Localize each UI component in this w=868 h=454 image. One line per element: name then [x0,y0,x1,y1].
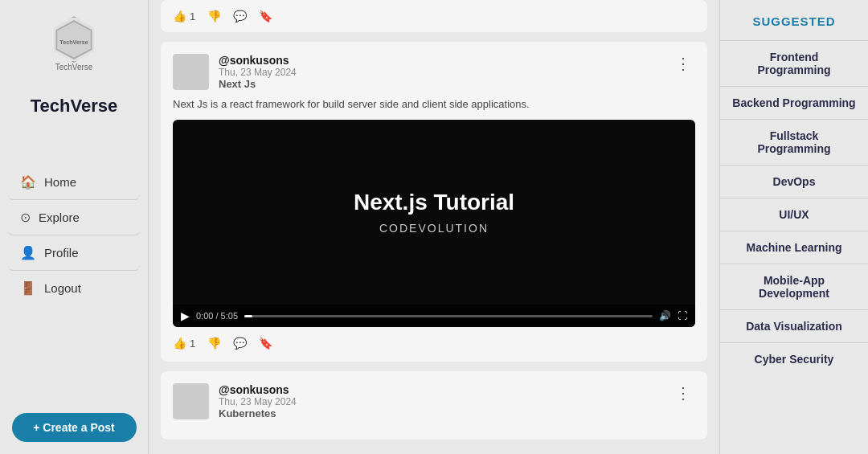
comment-icon-nextjs: 💬 [233,337,247,350]
create-post-button[interactable]: + Create a Post [12,413,137,442]
post-tag-kubernetes: Kubernetes [219,407,297,419]
bookmark-button-nextjs[interactable]: 🔖 [259,337,272,350]
suggested-item-0[interactable]: Frontend Programming [720,40,868,86]
sidebar-item-explore-label: Explore [39,211,80,224]
sidebar: TechVerse TechVerse TechVerse 🏠 Home ⊙ E… [0,0,149,454]
post-meta-nextjs: @sonkusons Thu, 23 May 2024 Next Js [219,54,297,90]
logout-icon: 🚪 [20,280,36,296]
sidebar-item-profile-label: Profile [44,246,79,260]
like-icon-nextjs: 👍 [173,337,186,350]
volume-button-nextjs[interactable]: 🔊 [659,310,671,321]
nav-menu: 🏠 Home ⊙ Explore 👤 Profile 🚪 Logout [0,165,148,305]
post-stub-actions: 👍 1 👎 💬 🔖 [173,10,695,22]
like-count-stub: 1 [190,10,195,22]
like-button-stub[interactable]: 👍 1 [173,10,195,22]
sidebar-item-profile[interactable]: 👤 Profile [8,235,140,271]
suggested-item-3[interactable]: DevOps [720,165,868,198]
bookmark-icon-nextjs: 🔖 [259,337,272,350]
bookmark-icon-stub: 🔖 [259,10,272,22]
logo-label: TechVerse [55,63,93,72]
post-header-kubernetes: @sonkusons Thu, 23 May 2024 Kubernetes ⋮ [173,383,695,419]
post-card-kubernetes: @sonkusons Thu, 23 May 2024 Kubernetes ⋮ [161,371,707,440]
dislike-icon-stub: 👎 [207,10,221,22]
suggested-item-7[interactable]: Data Visualization [720,309,868,342]
time-current: 0:00 [196,311,213,321]
post-actions-nextjs: 👍 1 👎 💬 🔖 [173,337,695,350]
sidebar-item-logout[interactable]: 🚪 Logout [8,271,140,305]
post-username-nextjs: @sonkusons [219,54,297,67]
like-button-nextjs[interactable]: 👍 1 [173,337,195,350]
post-card-nextjs: @sonkusons Thu, 23 May 2024 Next Js ⋮ Ne… [161,42,707,362]
post-meta-kubernetes: @sonkusons Thu, 23 May 2024 Kubernetes [219,383,297,419]
time-total: 5:05 [221,311,238,321]
video-player-nextjs: Next.js Tutorial CODEVOLUTION ▶ 0:00 / 5… [173,120,695,327]
sidebar-item-explore[interactable]: ⊙ Explore [8,200,140,235]
suggested-item-6[interactable]: Mobile-App Development [720,264,868,309]
avatar-nextjs [173,54,209,90]
brand-name: TechVerse [31,96,117,117]
progress-fill-nextjs [244,315,252,317]
home-icon: 🏠 [20,174,36,190]
suggested-item-4[interactable]: UI/UX [720,198,868,231]
comment-button-stub[interactable]: 💬 [233,10,247,22]
time-display-nextjs: 0:00 / 5:05 [196,311,238,321]
play-button-nextjs[interactable]: ▶ [181,309,190,322]
post-card-stub: 👍 1 👎 💬 🔖 [161,0,707,32]
post-date-nextjs: Thu, 23 May 2024 [219,67,297,78]
more-options-button-kubernetes[interactable]: ⋮ [671,383,695,403]
more-options-button-nextjs[interactable]: ⋮ [671,54,695,73]
like-icon-stub: 👍 [173,10,186,22]
fullscreen-button-nextjs[interactable]: ⛶ [678,310,687,321]
post-username-kubernetes: @sonkusons [219,383,297,396]
sidebar-item-home[interactable]: 🏠 Home [8,165,140,200]
logo-icon: TechVerse [52,18,96,62]
sidebar-item-logout-label: Logout [44,281,81,295]
like-count-nextjs: 1 [190,337,195,350]
profile-icon: 👤 [20,245,36,260]
suggested-list: Frontend ProgrammingBackend ProgrammingF… [720,40,868,375]
video-subtitle-nextjs: CODEVOLUTION [379,222,489,235]
video-title-nextjs: Next.js Tutorial [354,190,514,215]
progress-bar-nextjs[interactable] [244,315,653,317]
post-header-left-nextjs: @sonkusons Thu, 23 May 2024 Next Js [173,54,297,90]
dislike-button-nextjs[interactable]: 👎 [207,337,221,350]
comment-icon-stub: 💬 [233,10,247,22]
post-date-kubernetes: Thu, 23 May 2024 [219,396,297,407]
right-panel: SUGGESTED Frontend ProgrammingBackend Pr… [719,0,868,454]
comment-button-nextjs[interactable]: 💬 [233,337,247,350]
suggested-title: SUGGESTED [720,8,868,40]
suggested-item-5[interactable]: Machine Learning [720,231,868,264]
sidebar-item-home-label: Home [44,175,76,189]
post-tag-nextjs: Next Js [219,78,297,90]
svg-text:TechVerse: TechVerse [59,38,88,45]
post-header-left-kubernetes: @sonkusons Thu, 23 May 2024 Kubernetes [173,383,297,419]
avatar-kubernetes [173,383,209,419]
suggested-item-2[interactable]: Fullstack Programming [720,119,868,165]
dislike-button-stub[interactable]: 👎 [207,10,221,22]
logo-hexagon: TechVerse [51,16,97,63]
dislike-icon-nextjs: 👎 [207,337,221,350]
post-description-nextjs: Next Js is a react framework for build s… [173,98,695,110]
suggested-item-8[interactable]: Cyber Security [720,342,868,375]
explore-icon: ⊙ [20,210,31,225]
video-controls-nextjs: ▶ 0:00 / 5:05 🔊 ⛶ [173,305,695,327]
post-header-nextjs: @sonkusons Thu, 23 May 2024 Next Js ⋮ [173,54,695,90]
suggested-item-1[interactable]: Backend Programming [720,86,868,119]
main-content: 👍 1 👎 💬 🔖 @sonkusons Thu, 23 May 2024 Ne [149,0,719,454]
bookmark-button-stub[interactable]: 🔖 [259,10,272,22]
video-content-nextjs: Next.js Tutorial CODEVOLUTION [173,120,695,305]
logo-container: TechVerse TechVerse [51,16,97,72]
